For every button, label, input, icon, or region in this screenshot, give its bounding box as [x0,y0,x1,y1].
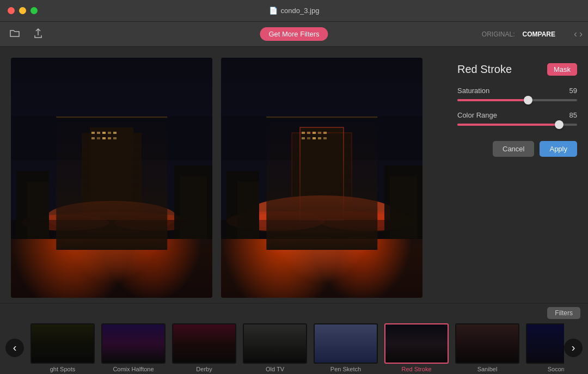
svg-rect-30 [318,132,321,134]
mask-button[interactable]: Mask [547,63,577,76]
file-icon: 📄 [269,7,278,15]
filters-button[interactable]: Filters [547,307,580,319]
thumb-label-derby: Derby [196,366,212,372]
filmstrip-prev-button[interactable]: ‹ [5,339,24,357]
filmstrip-next-button[interactable]: › [564,339,583,357]
filmstrip-item-derby[interactable]: Derby [169,323,240,372]
processed-image [221,58,422,298]
thumb-red-stroke [384,323,449,364]
thumb-socorro [526,323,564,364]
svg-rect-47 [292,133,352,217]
folder-button[interactable] [8,27,22,42]
svg-rect-22 [180,176,207,239]
thumb-label-light-spots: ght Spots [50,366,75,372]
filmstrip-item-comix-halftone[interactable]: Comix Halftone [98,323,169,372]
svg-rect-31 [323,132,327,134]
svg-rect-26 [300,127,344,220]
apply-button[interactable]: Apply [540,141,577,157]
svg-rect-29 [313,132,316,134]
svg-rect-46 [300,127,344,220]
color-range-track[interactable] [457,124,577,126]
thumb-img-derby [173,324,235,363]
thumb-img-comix-halftone [102,324,164,363]
svg-rect-43 [237,182,259,239]
thumb-img-socorro [527,324,564,363]
thumb-comix-halftone [101,323,166,364]
share-button[interactable] [32,26,45,42]
close-button[interactable] [8,7,15,14]
get-more-filters-button[interactable]: Get More Filters [260,27,328,41]
svg-rect-2 [82,133,142,217]
filter-panel-header: Red Stroke Mask [457,63,577,76]
thumb-derby [172,323,236,364]
main-content: Red Stroke Mask Saturation 59 Color Rang… [0,47,588,303]
filmstrip: ‹ ght Spots Comix Halftone [0,321,588,374]
thumb-label-old-tv: Old TV [266,366,284,372]
svg-point-14 [46,201,177,234]
saturation-label: Saturation [457,87,489,95]
image-panels [11,58,446,298]
color-range-thumb[interactable] [555,120,564,129]
filmstrip-item-red-stroke[interactable]: Red Stroke [381,323,452,372]
svg-rect-45 [390,176,417,239]
svg-rect-20 [27,182,49,239]
minimize-button[interactable] [19,7,26,14]
thumb-old-tv [243,323,307,364]
saturation-thumb[interactable] [524,96,532,105]
thumb-label-comix-halftone: Comix Halftone [113,366,154,372]
filename: condo_3.jpg [281,7,320,15]
toolbar-left [8,26,45,42]
svg-rect-33 [307,137,310,139]
svg-rect-32 [302,137,305,139]
cancel-button[interactable]: Cancel [493,141,534,157]
maximize-button[interactable] [30,7,38,14]
svg-rect-34 [313,137,316,139]
svg-point-37 [246,195,398,234]
svg-rect-3 [90,127,133,220]
filmstrip-item-socorro[interactable]: Socorro [523,323,564,372]
titlebar: 📄 condo_3.jpg [0,0,588,22]
color-range-label-row: Color Range 85 [457,111,577,119]
svg-rect-10 [97,137,100,139]
compare-label[interactable]: COMPARE [523,30,555,38]
color-range-control: Color Range 85 [457,111,577,126]
svg-rect-36 [323,137,327,139]
filter-actions: Cancel Apply [457,141,577,157]
thumb-label-red-stroke: Red Stroke [401,366,431,372]
saturation-track[interactable] [457,99,577,101]
window-title: 📄 condo_3.jpg [269,7,320,15]
svg-rect-6 [102,132,106,134]
traffic-lights [8,7,38,14]
svg-rect-4 [91,132,95,134]
thumb-img-sanibel [456,324,518,363]
filter-name: Red Stroke [457,63,512,76]
saturation-control: Saturation 59 [457,87,577,101]
color-range-label: Color Range [457,111,497,119]
toolbar-navigation: ‹ › [574,28,583,40]
filter-panel: Red Stroke Mask Saturation 59 Color Rang… [457,58,577,298]
thumb-img-old-tv [244,324,306,363]
thumb-pen-sketch [314,323,378,364]
thumb-img-red-stroke [385,324,448,363]
svg-rect-8 [113,132,117,134]
filmstrip-item-pen-sketch[interactable]: Pen Sketch [310,323,381,372]
svg-rect-12 [108,137,111,139]
saturation-fill [457,99,528,101]
thumb-label-pen-sketch: Pen Sketch [330,366,361,372]
thumb-img-pen-sketch [315,324,377,363]
svg-rect-35 [318,137,321,139]
thumb-sanibel [455,323,519,364]
original-label[interactable]: ORIGINAL: [482,30,515,38]
svg-rect-11 [102,137,106,139]
saturation-label-row: Saturation 59 [457,87,577,95]
original-image-panel [11,58,212,298]
filmstrip-item-light-spots[interactable]: ght Spots [27,323,98,372]
color-range-value: 85 [569,111,577,119]
prev-button[interactable]: ‹ [574,28,577,40]
next-button[interactable]: › [579,28,583,40]
view-toggle: ORIGINAL: COMPARE [482,30,555,38]
svg-rect-13 [113,137,117,139]
svg-rect-28 [307,132,310,134]
filmstrip-item-old-tv[interactable]: Old TV [240,323,310,372]
filmstrip-item-sanibel[interactable]: Sanibel [452,323,523,372]
